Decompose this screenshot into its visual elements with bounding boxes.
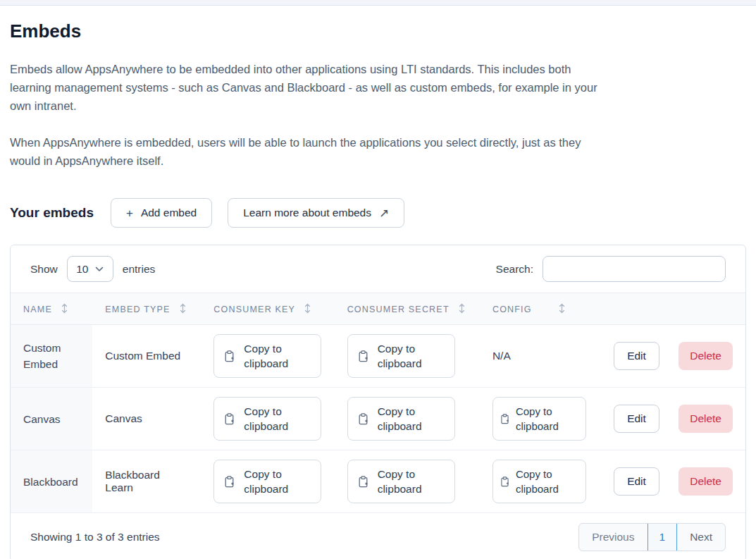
sort-icon <box>559 303 565 314</box>
entries-label: entries <box>123 263 156 276</box>
copy-consumer-secret-button[interactable]: Copy to clipboard <box>347 460 455 503</box>
clipboard-icon <box>224 476 235 488</box>
entries-summary: Showing 1 to 3 of 3 entries <box>30 531 160 543</box>
column-header-consumer-secret[interactable]: Consumer Secret <box>335 293 480 325</box>
table-row: Canvas Canvas Copy to clipboard Copy to … <box>11 388 745 450</box>
embed-type-cell: Custom Embed <box>92 325 201 388</box>
table-controls: Show 10 entries Search: <box>11 245 745 293</box>
copy-button-label: Copy to clipboard <box>244 467 311 496</box>
copy-button-label: Copy to clipboard <box>378 467 445 496</box>
copy-consumer-key-button[interactable]: Copy to clipboard <box>213 460 321 503</box>
your-embeds-toolbar: Your embeds + Add embed Learn more about… <box>10 198 746 228</box>
embeds-table: Name Embed Type Consumer Key Consumer Se… <box>11 293 745 513</box>
column-header-actions <box>601 293 745 325</box>
copy-config-button[interactable]: Copy to clipboard <box>492 397 586 441</box>
sort-icon <box>61 303 68 314</box>
sort-icon <box>459 303 465 314</box>
page-size-select[interactable]: 10 <box>67 256 113 282</box>
copy-button-label: Copy to clipboard <box>244 341 311 371</box>
copy-button-label: Copy to clipboard <box>516 404 578 434</box>
config-cell: N/A <box>480 325 601 388</box>
learn-more-label: Learn more about embeds <box>243 207 371 219</box>
add-embed-button[interactable]: + Add embed <box>111 198 212 228</box>
search-label: Search: <box>496 263 533 276</box>
search-control: Search: <box>496 256 726 282</box>
table-footer: Showing 1 to 3 of 3 entries Previous 1 N… <box>11 513 745 559</box>
embed-type-cell: Blackboard Learn <box>92 450 201 513</box>
edit-button[interactable]: Edit <box>614 405 659 433</box>
table-header-row: Name Embed Type Consumer Key Consumer Se… <box>11 293 745 325</box>
copy-button-label: Copy to clipboard <box>516 467 578 496</box>
pagination: Previous 1 Next <box>578 523 726 551</box>
column-header-embed-type[interactable]: Embed Type <box>92 293 201 325</box>
intro-paragraph-1: Embeds allow AppsAnywhere to be embedded… <box>10 60 600 115</box>
copy-button-label: Copy to clipboard <box>378 404 445 434</box>
table-row: Custom Embed Custom Embed Copy to clipbo… <box>11 325 745 388</box>
page-title: Embeds <box>10 20 746 42</box>
edit-button[interactable]: Edit <box>614 467 659 496</box>
pagination-next-button[interactable]: Next <box>677 524 725 551</box>
pagination-page-1-button[interactable]: 1 <box>647 523 678 551</box>
intro-paragraph-2: When AppsAnywhere is embedded, users wil… <box>10 133 600 170</box>
delete-button[interactable]: Delete <box>678 467 733 496</box>
copy-button-label: Copy to clipboard <box>244 404 311 434</box>
table-row: Blackboard Blackboard Learn Copy to clip… <box>11 450 745 513</box>
copy-consumer-secret-button[interactable]: Copy to clipboard <box>347 397 455 441</box>
copy-consumer-key-button[interactable]: Copy to clipboard <box>213 397 321 441</box>
plus-icon: + <box>126 207 133 219</box>
row-name-cell: Canvas <box>11 388 92 450</box>
delete-button[interactable]: Delete <box>678 405 733 433</box>
pagination-previous-button[interactable]: Previous <box>579 524 647 551</box>
column-header-name[interactable]: Name <box>11 293 92 325</box>
clipboard-icon <box>500 477 509 487</box>
chevron-down-icon <box>95 266 104 272</box>
embeds-page: Embeds Embeds allow AppsAnywhere to be e… <box>0 20 756 559</box>
top-navbar-edge <box>0 0 756 6</box>
external-link-icon: ↗ <box>379 207 389 219</box>
sort-icon <box>180 303 186 314</box>
copy-consumer-key-button[interactable]: Copy to clipboard <box>213 334 321 378</box>
row-name-cell: Custom Embed <box>11 325 92 388</box>
add-embed-label: Add embed <box>141 207 197 219</box>
clipboard-icon <box>358 413 368 425</box>
page-size-value: 10 <box>76 263 88 276</box>
section-title: Your embeds <box>10 205 94 221</box>
clipboard-icon <box>224 350 235 362</box>
column-header-consumer-key[interactable]: Consumer Key <box>201 293 334 325</box>
page-size-control: Show 10 entries <box>30 256 155 282</box>
row-name-cell: Blackboard <box>11 450 92 513</box>
embeds-table-card: Show 10 entries Search: Name Embed T <box>10 245 746 559</box>
search-input[interactable] <box>543 256 726 282</box>
sort-icon <box>304 303 311 314</box>
clipboard-icon <box>358 350 368 362</box>
column-header-config[interactable]: Config <box>480 293 601 325</box>
copy-button-label: Copy to clipboard <box>378 341 445 371</box>
clipboard-icon <box>358 476 368 488</box>
clipboard-icon <box>224 413 235 425</box>
learn-more-button[interactable]: Learn more about embeds ↗ <box>228 198 404 228</box>
copy-config-button[interactable]: Copy to clipboard <box>492 460 586 503</box>
show-label: Show <box>30 263 58 276</box>
clipboard-icon <box>500 414 509 424</box>
copy-consumer-secret-button[interactable]: Copy to clipboard <box>347 334 455 378</box>
embed-type-cell: Canvas <box>92 388 201 450</box>
edit-button[interactable]: Edit <box>614 342 659 370</box>
delete-button[interactable]: Delete <box>678 342 733 370</box>
